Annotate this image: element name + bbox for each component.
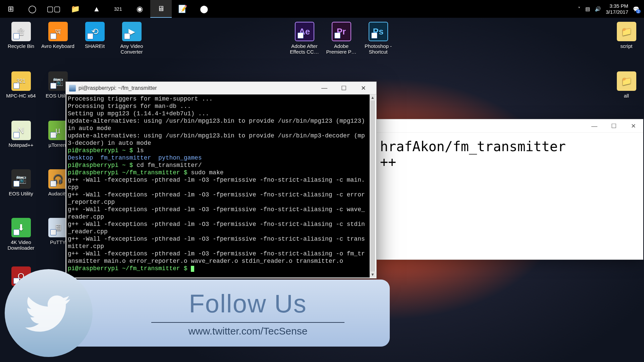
icon-label: script — [609, 43, 644, 49]
terminal-scrollbar[interactable]: ▲ ▼ — [370, 95, 376, 278]
icon-label: 4K Video Downloader — [3, 239, 39, 251]
desktop-icon[interactable]: 🗑Recycle Bin — [3, 22, 39, 49]
desktop-icon[interactable]: 📁script — [609, 22, 644, 49]
terminal-line: pi@raspberrypi ~/fm_transmitter $ — [68, 265, 368, 272]
terminal-line: g++ -Wall -fexceptions -pthread -lm -O3 … — [68, 191, 368, 206]
app-icon: µ — [48, 121, 68, 140]
icon-label: Avro Keyboard — [40, 43, 75, 49]
icon-label: SHAREit — [77, 43, 112, 49]
icon-label: EOS Utility — [3, 191, 39, 196]
minimize-button[interactable]: — — [315, 82, 334, 95]
desktop-icon[interactable]: AeAdobe After Effects CC… — [287, 22, 322, 55]
app-icon: 🗑 — [11, 22, 31, 41]
terminal-line: Processing triggers for mime-support ... — [68, 95, 368, 103]
icon-label: Adobe After Effects CC… — [287, 43, 322, 55]
terminal-line: g++ -Wall -fexceptions -pthread -lm -O3 … — [68, 250, 368, 265]
desktop-icon[interactable]: অAvro Keyboard — [40, 22, 75, 49]
notepad-window[interactable]: — ☐ ✕ hrafAkon/fm_transmitter ++ — [376, 119, 643, 260]
terminal-line: g++ -Wall -fexceptions -pthread -lm -O3 … — [68, 176, 368, 191]
terminal-line: Desktop fm_transmitter python_games — [68, 154, 368, 162]
follow-us-banner: Follow Us www.twitter.com/TecSense — [5, 274, 390, 352]
putty-window[interactable]: pi@raspberrypi: ~/fm_transmitter — ☐ ✕ P… — [65, 81, 377, 279]
icon-label: Photoshop - Shortcut — [361, 43, 396, 55]
icon-label: all — [609, 93, 644, 99]
maximize-button[interactable]: ☐ — [334, 82, 354, 95]
desktop-icon[interactable]: 📁all — [609, 71, 644, 99]
app-icon: 🎧 — [48, 169, 68, 189]
notepad-line: ++ — [380, 154, 639, 170]
terminal-line: pi@raspberrypi ~ $ ls — [68, 147, 368, 154]
desktop-icon[interactable]: ⬇4K Video Downloader — [3, 218, 39, 251]
terminal-line: pi@raspberrypi ~/fm_transmitter $ sudo m… — [68, 169, 368, 176]
putty-titlebar[interactable]: pi@raspberrypi: ~/fm_transmitter — ☐ ✕ — [66, 82, 376, 95]
app-icon: N — [11, 121, 31, 140]
terminal-line: g++ -Wall -fexceptions -pthread -lm -O3 … — [68, 221, 368, 235]
icon-label: MPC-HC x64 — [3, 93, 39, 99]
desktop-icon[interactable]: ⟲SHAREit — [77, 22, 112, 49]
app-icon: Ae — [295, 22, 314, 41]
notepad-close-button[interactable]: ✕ — [624, 119, 643, 133]
notepad-line: hrafAkon/fm_transmitter — [380, 139, 639, 154]
app-icon: Pr — [332, 22, 351, 41]
app-icon: 📷 — [48, 71, 68, 91]
putty-title-text: pi@raspberrypi: ~/fm_transmitter — [78, 85, 157, 91]
icon-label: Adobe Premiere P… — [324, 43, 359, 55]
banner-url: www.twitter.com/TecSense — [188, 325, 307, 337]
notepad-minimize-button[interactable]: — — [585, 119, 604, 133]
putty-icon — [69, 85, 76, 92]
terminal-line: Processing triggers for man-db ... — [68, 103, 368, 110]
icon-label: Recycle Bin — [3, 43, 39, 49]
terminal-line: pi@raspberrypi ~ $ cd fm_transmitter/ — [68, 162, 368, 169]
app-icon: 📷 — [11, 169, 31, 189]
scroll-thumb[interactable] — [370, 101, 375, 272]
terminal-line: g++ -Wall -fexceptions -pthread -lm -O3 … — [68, 235, 368, 250]
desktop-icon[interactable]: PrAdobe Premiere P… — [324, 22, 359, 55]
close-button[interactable]: ✕ — [354, 82, 373, 95]
app-icon: ▶ — [122, 22, 142, 41]
banner-heading: Follow Us — [189, 289, 307, 318]
app-icon: ⬇ — [11, 218, 31, 237]
terminal-output[interactable]: Processing triggers for mime-support ...… — [66, 95, 370, 278]
desktop-icon[interactable]: PsPhotoshop - Shortcut — [361, 22, 396, 55]
notepad-maximize-button[interactable]: ☐ — [604, 119, 624, 133]
desktop-icon[interactable]: 📷EOS Utility — [3, 169, 39, 196]
twitter-icon — [25, 290, 72, 337]
twitter-circle — [5, 269, 93, 357]
app-icon: ⟲ — [85, 22, 105, 41]
banner-bar: Follow Us www.twitter.com/TecSense — [66, 280, 390, 347]
scroll-up-button[interactable]: ▲ — [370, 95, 376, 101]
banner-divider — [151, 322, 344, 323]
app-icon: 🖥 — [48, 218, 68, 237]
app-icon: 321 — [11, 71, 31, 91]
icon-label: Notepad++ — [3, 142, 39, 148]
app-icon: Ps — [369, 22, 388, 41]
terminal-line: update-alternatives: using /usr/bin/mpg1… — [68, 117, 368, 132]
terminal-line: update-alternatives: using /usr/bin/mpg1… — [68, 132, 368, 147]
folder-icon: 📁 — [617, 22, 636, 41]
app-icon: অ — [48, 22, 68, 41]
terminal-line: g++ -Wall -fexceptions -pthread -lm -O3 … — [68, 206, 368, 221]
desktop-icon[interactable]: NNotepad++ — [3, 121, 39, 148]
icon-label: Any Video Converter — [114, 43, 149, 55]
desktop-icon[interactable]: 321MPC-HC x64 — [3, 71, 39, 99]
desktop-icon[interactable]: ▶Any Video Converter — [114, 22, 149, 55]
folder-icon: 📁 — [617, 71, 636, 91]
terminal-line: Setting up mpg123 (1.14.4-1+deb7u1) ... — [68, 110, 368, 117]
notepad-text-area[interactable]: hrafAkon/fm_transmitter ++ — [376, 133, 643, 176]
